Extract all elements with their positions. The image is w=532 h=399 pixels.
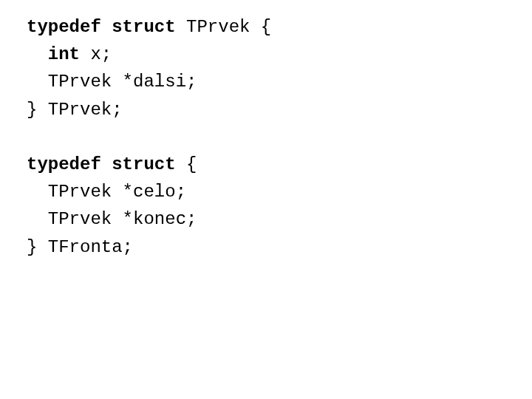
- code-text: TPrvek *konec;: [27, 209, 197, 229]
- code-text: } TFronta;: [27, 237, 133, 257]
- blank-line: [27, 123, 532, 151]
- code-text: x;: [80, 44, 112, 64]
- keyword-typedef-struct: typedef struct: [27, 17, 176, 37]
- code-text: TPrvek *dalsi;: [27, 72, 197, 92]
- code-text: TPrvek *celo;: [27, 182, 186, 202]
- keyword-int: int: [48, 44, 80, 64]
- code-text: } TPrvek;: [27, 100, 123, 120]
- keyword-typedef-struct: typedef struct: [27, 154, 176, 174]
- code-block-2: typedef struct { TPrvek *celo; TPrvek *k…: [27, 151, 532, 261]
- code-slide: typedef struct TPrvek { int x; TPrvek *d…: [0, 0, 532, 261]
- code-text: TPrvek {: [176, 17, 272, 37]
- code-indent: [27, 44, 48, 64]
- code-text: {: [176, 154, 197, 174]
- code-block-1: typedef struct TPrvek { int x; TPrvek *d…: [27, 13, 532, 123]
